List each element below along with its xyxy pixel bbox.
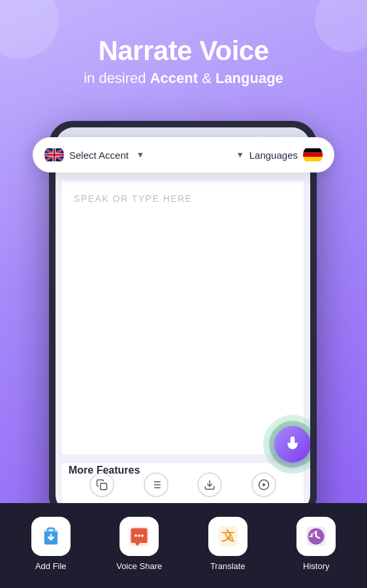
translate-icon-box: 文 A	[208, 517, 247, 556]
history-icon-box	[296, 517, 336, 556]
accent-select-label: Select Accent	[69, 150, 129, 161]
header-section: Narrate Voice in desired Accent & Langua…	[0, 36, 367, 87]
header-subtitle: in desired Accent & Language	[0, 70, 367, 87]
subtitle-accent: Accent	[150, 70, 198, 86]
nav-item-add-file[interactable]: Add File	[7, 517, 95, 571]
mic-inner-ring	[269, 421, 310, 468]
svg-rect-12	[303, 153, 323, 157]
languages-label: Languages	[249, 150, 298, 161]
save-button[interactable]	[197, 472, 222, 497]
translate-label: Translate	[210, 561, 246, 571]
accent-right: ▼ Languages	[234, 145, 323, 165]
nav-item-history[interactable]: History	[272, 517, 361, 571]
history-label: History	[303, 561, 329, 571]
phone-mockup: Narrates Voice ⚙️ 👍 SPEAK OR TYPE HERE	[49, 121, 317, 519]
subtitle-mid: &	[198, 70, 215, 86]
play-button[interactable]	[251, 472, 276, 497]
svg-rect-13	[303, 157, 323, 161]
accent-left: Select Accent ▼	[44, 145, 144, 165]
svg-marker-9	[263, 483, 266, 487]
header-title: Narrate Voice	[0, 36, 367, 66]
list-button[interactable]	[144, 472, 168, 497]
language-chevron-icon: ▼	[236, 150, 244, 159]
nav-item-voice-share[interactable]: Voice Share	[95, 517, 184, 571]
de-flag	[303, 145, 323, 165]
svg-point-17	[138, 534, 140, 537]
svg-point-18	[141, 534, 144, 537]
voice-share-icon-box	[120, 517, 159, 556]
svg-point-16	[135, 534, 137, 537]
subtitle-lang: Language	[215, 70, 283, 86]
mic-outer-ring	[263, 415, 310, 474]
text-area-container: SPEAK OR TYPE HERE	[62, 182, 304, 454]
svg-text:A: A	[228, 533, 234, 542]
text-placeholder: SPEAK OR TYPE HERE	[62, 182, 304, 216]
nav-item-translate[interactable]: 文 A Translate	[184, 517, 272, 571]
accent-bar: Select Accent ▼ ▼ Languages	[33, 137, 334, 172]
subtitle-start: in desired	[84, 70, 150, 86]
svg-rect-11	[303, 148, 323, 153]
more-features-label: More Features	[69, 465, 140, 476]
add-file-label: Add File	[35, 561, 67, 571]
uk-flag	[44, 145, 64, 165]
phone-inner: Narrates Voice ⚙️ 👍 SPEAK OR TYPE HERE	[56, 127, 310, 513]
accent-chevron-icon: ▼	[136, 150, 144, 159]
bottom-nav: Add File Voice Share 文 A Translate	[0, 503, 367, 588]
mic-button[interactable]	[274, 426, 310, 463]
svg-rect-0	[101, 483, 107, 490]
voice-share-label: Voice Share	[116, 561, 162, 571]
add-file-icon-box	[31, 517, 71, 556]
mic-button-container	[263, 415, 310, 474]
